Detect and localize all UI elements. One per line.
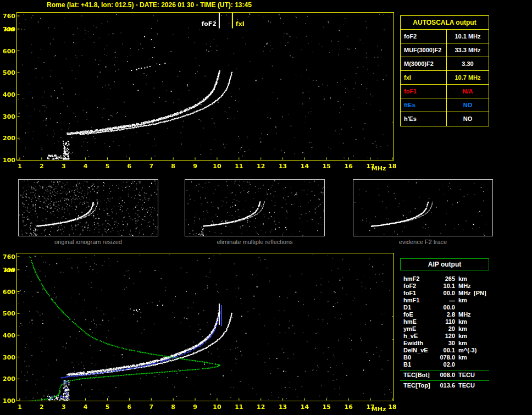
autoscala-param-value: N/A: [447, 85, 489, 98]
autoscala-param-value: 10.1 MHz: [447, 30, 489, 43]
aip-row: hmE110km: [400, 318, 489, 325]
autoscala-row: M(3000)F23.30: [401, 57, 489, 71]
aip-param-label: hmF2: [403, 275, 419, 283]
autoscala-param-label: fxI: [401, 71, 447, 84]
aip-param-unit: km: [458, 354, 467, 361]
aip-param-label: DelN_vE: [403, 347, 428, 354]
aip-param-unit: km: [458, 333, 467, 340]
thumbnail-original-ionogram-canvas: [19, 180, 158, 236]
aip-param-value: 265: [428, 275, 455, 283]
aip-param-value: 00.1: [428, 347, 455, 354]
aip-param-label: ymE: [403, 325, 416, 333]
aip-param-label: foE: [403, 311, 413, 318]
thumbnail-caption: evidence F2 trace: [353, 239, 493, 245]
aip-param-label: hmE: [403, 318, 417, 325]
aip-param-unit: TECU: [458, 372, 475, 379]
aip-row: h_vE120km: [400, 333, 489, 340]
aip-param-unit: TECU: [458, 382, 475, 389]
thumbnail-evidence-f2-trace: [353, 179, 493, 236]
aip-param-extra: [PN]: [474, 290, 486, 297]
aip-param-value: 2.8: [428, 311, 455, 318]
aip-row: B0078.0km: [400, 354, 489, 361]
aip-param-value: 078.0: [428, 354, 455, 361]
autoscala-param-value: NO: [447, 98, 489, 112]
autoscala-output-header: AUTOSCALA output: [401, 16, 489, 30]
autoscala-row: fxI10.7 MHz: [401, 71, 489, 85]
aip-row: hmF1---km: [400, 297, 489, 304]
autoscala-param-label: ftEs: [401, 98, 447, 112]
autoscala-param-label: foF2: [401, 30, 447, 43]
aip-param-unit: MHz: [458, 283, 471, 290]
aip-output-header: AIP output: [400, 258, 489, 270]
aip-param-value: 30: [428, 340, 455, 347]
aip-row: TEC[Bot]008.0TECU: [400, 372, 489, 379]
thumbnail-original-ionogram: [18, 179, 158, 236]
aip-param-unit: m^(-3): [458, 347, 476, 354]
aip-row: D100.0: [400, 304, 489, 311]
aip-row: foF100.0MHz[PN]: [400, 290, 489, 297]
aip-output-panel: AIP output hmF2265kmfoF210.1MHzfoF100.0M…: [400, 258, 489, 389]
aip-row: foF210.1MHz: [400, 283, 489, 290]
aip-param-unit: MHz: [458, 311, 471, 318]
autoscala-app: Rome (lat: +41.8, lon: 012.5) - DATE: 20…: [0, 0, 532, 415]
autoscala-row: ftEsNO: [401, 98, 489, 112]
aip-param-unit: MHz: [458, 290, 471, 297]
aip-param-value: 10.1: [428, 283, 455, 290]
aip-param-unit: km: [458, 340, 467, 347]
aip-param-value: 20: [428, 325, 455, 333]
aip-param-label: B1: [403, 361, 411, 368]
aip-param-value: 00.0: [428, 304, 455, 311]
aip-row: DelN_vE00.1m^(-3): [400, 347, 489, 354]
aip-param-label: Ewidth: [403, 340, 423, 347]
autoscala-param-value: NO: [447, 112, 489, 126]
aip-param-value: 120: [428, 333, 455, 340]
aip-param-unit: km: [458, 275, 467, 283]
aip-param-unit: km: [458, 325, 467, 333]
aip-param-label: foF2: [403, 283, 416, 290]
aip-row: TEC[Top]013.6TECU: [400, 382, 489, 389]
aip-param-label: h_vE: [403, 333, 418, 340]
ionogram-profile-plot: [0, 250, 397, 414]
autoscala-param-value: 3.30: [447, 57, 489, 70]
autoscala-param-label: h'Es: [401, 112, 447, 126]
aip-param-value: 02.0: [428, 361, 455, 368]
aip-param-value: ---: [428, 297, 455, 304]
aip-param-value: 008.0: [428, 372, 455, 379]
autoscala-row: foF210.1 MHz: [401, 30, 489, 43]
aip-row: foE2.8MHz: [400, 311, 489, 318]
autoscala-param-label: MUF(3000)F2: [401, 43, 447, 57]
thumbnail-evidence-f2-trace-canvas: [353, 180, 492, 236]
autoscala-output-panel: AUTOSCALA output foF210.1 MHzMUF(3000)F2…: [400, 15, 489, 126]
aip-rows: hmF2265kmfoF210.1MHzfoF100.0MHz[PN]hmF1-…: [400, 275, 489, 389]
aip-param-label: B0: [403, 354, 411, 361]
aip-param-label: TEC[Bot]: [403, 372, 430, 379]
thumbnail-eliminate-reflections: [185, 179, 325, 236]
aip-param-label: TEC[Top]: [403, 382, 430, 389]
header-title: Rome (lat: +41.8, lon: 012.5) - DATE: 20…: [47, 1, 252, 9]
thumbnail-caption: eliminate multiple reflections: [185, 239, 325, 245]
aip-separator: [400, 370, 489, 370]
aip-param-unit: km: [458, 297, 467, 304]
aip-row: B102.0: [400, 361, 489, 368]
aip-param-value: 00.0: [428, 290, 455, 297]
autoscala-param-label: foF1: [401, 85, 447, 98]
autoscala-row: MUF(3000)F233.3 MHz: [401, 43, 489, 57]
aip-param-value: 110: [428, 318, 455, 325]
aip-param-value: 013.6: [428, 382, 455, 389]
autoscala-param-value: 10.7 MHz: [447, 71, 489, 84]
autoscala-row: h'EsNO: [401, 112, 489, 126]
aip-param-label: D1: [403, 304, 411, 311]
ionogram-main-plot: [0, 9, 397, 174]
aip-param-label: foF1: [403, 290, 416, 297]
autoscala-param-label: M(3000)F2: [401, 57, 447, 70]
aip-param-label: hmF1: [403, 297, 419, 304]
autoscala-param-value: 33.3 MHz: [447, 43, 489, 57]
aip-separator: [400, 380, 489, 381]
autoscala-row: foF1N/A: [401, 85, 489, 98]
aip-row: ymE20km: [400, 325, 489, 333]
thumbnail-caption: original ionogram resized: [18, 239, 158, 245]
aip-param-unit: km: [458, 318, 467, 325]
aip-row: hmF2265km: [400, 275, 489, 283]
autoscala-rows: foF210.1 MHzMUF(3000)F233.3 MHzM(3000)F2…: [401, 30, 489, 126]
aip-row: Ewidth30km: [400, 340, 489, 347]
